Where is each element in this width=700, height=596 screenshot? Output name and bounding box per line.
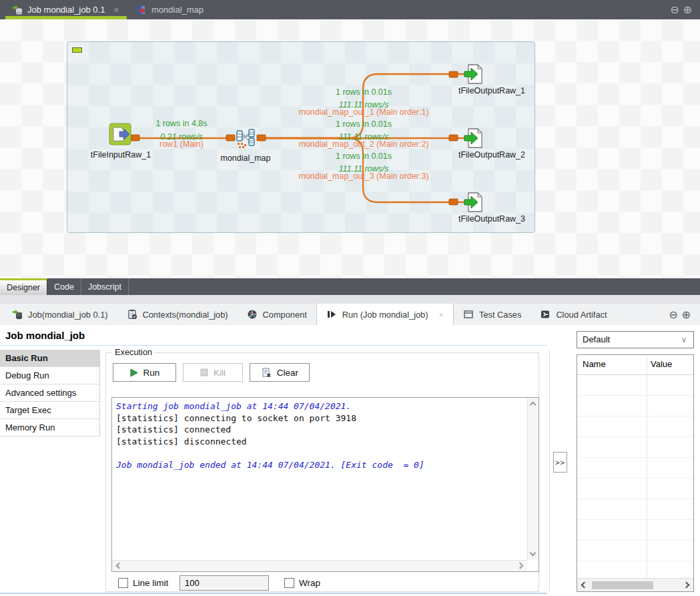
- table-row[interactable]: [577, 541, 693, 561]
- component-tFileOutputRaw-1[interactable]: [463, 63, 486, 85]
- table-row[interactable]: [577, 520, 693, 541]
- tab-label: Cloud Artifact: [556, 310, 607, 320]
- menu-item-debug-run[interactable]: Debug Run: [0, 367, 99, 384]
- maximize-icon[interactable]: ⊕: [682, 308, 691, 321]
- panel-bottom-line: [0, 593, 547, 594]
- view-tabbar: Job(mondial_job 0.1) Contexts(mondial_jo…: [0, 304, 700, 325]
- table-row[interactable]: [577, 458, 693, 479]
- tab-component-view[interactable]: Component: [238, 304, 316, 325]
- maximize-icon[interactable]: ⊕: [683, 5, 692, 15]
- link-label[interactable]: mondial_map_out_2 (Main order:2): [270, 139, 457, 150]
- console-horizontal-scrollbar[interactable]: [112, 560, 527, 571]
- contexts-icon: [127, 309, 137, 320]
- testcases-icon: [463, 309, 474, 320]
- page-title: Job mondial_job: [5, 330, 85, 341]
- clear-button-label: Clear: [277, 368, 298, 378]
- component-tFileOutputRaw-3[interactable]: [463, 191, 486, 214]
- menu-item-memory-run[interactable]: Memory Run: [0, 419, 99, 436]
- console-line: Starting job mondial_job at 14:44 07/04/…: [116, 400, 524, 412]
- tab-label: Contexts(mondial_job): [143, 310, 228, 320]
- kill-button-label: Kill: [214, 368, 226, 378]
- editor-window-buttons: ⊖ ⊕: [670, 5, 700, 15]
- tab-run-view[interactable]: Run (Job mondial_job) ×: [316, 304, 454, 325]
- scroll-right-icon[interactable]: [517, 563, 524, 569]
- minimize-icon[interactable]: ⊖: [669, 308, 677, 321]
- tab-mondial-map[interactable]: mondial_map: [129, 0, 210, 19]
- close-icon[interactable]: ×: [438, 310, 444, 320]
- console-vertical-scrollbar[interactable]: [527, 398, 539, 560]
- context-dropdown-value: Default: [583, 334, 610, 344]
- scroll-down-icon[interactable]: [530, 550, 537, 557]
- component-tFileOutputRaw-2[interactable]: [463, 127, 486, 150]
- table-row[interactable]: [577, 375, 693, 396]
- kill-button[interactable]: Kill: [183, 363, 243, 382]
- table-row[interactable]: [577, 437, 693, 458]
- component-icon: [247, 309, 258, 320]
- tab-label: mondial_map: [151, 5, 204, 15]
- designer-workspace: tFileInputRaw_1 mondial_map tFileOutputR…: [0, 19, 700, 278]
- execution-console[interactable]: Starting job mondial_job at 14:44 07/04/…: [111, 397, 539, 572]
- context-variables-table[interactable]: Name Value: [577, 354, 694, 592]
- menu-item-target-exec[interactable]: Target Exec: [0, 402, 99, 419]
- close-icon[interactable]: ×: [113, 5, 119, 15]
- table-horizontal-scrollbar[interactable]: [577, 578, 693, 591]
- file-output-icon: [463, 191, 486, 214]
- execution-group-label: Execution: [112, 347, 155, 357]
- context-panel: Default ∨ Name Value: [577, 331, 694, 348]
- run-icon: [326, 309, 337, 320]
- scroll-left-icon[interactable]: [581, 582, 588, 589]
- tab-label: Test Cases: [479, 310, 521, 320]
- table-row[interactable]: [577, 479, 693, 499]
- tab-jobscript[interactable]: Jobscript: [81, 278, 129, 295]
- table-row[interactable]: [577, 499, 693, 520]
- clear-button[interactable]: Clear: [250, 363, 310, 382]
- divider-strip: [0, 295, 700, 304]
- tab-designer[interactable]: Designer: [0, 278, 47, 295]
- tab-job-view[interactable]: Job(mondial_job 0.1): [3, 304, 117, 325]
- tab-cloud-artifact-view[interactable]: Cloud Artifact: [531, 304, 616, 325]
- tab-label: Job(mondial_job 0.1): [28, 310, 108, 320]
- tab-label: Component: [263, 310, 307, 320]
- job-icon: [12, 309, 23, 320]
- component-label[interactable]: tFileOutputRaw_3: [435, 214, 549, 224]
- job-icon: [12, 5, 23, 15]
- run-button-label: Run: [143, 368, 160, 378]
- tab-job-mondial-job[interactable]: Job mondial_job 0.1 ×: [5, 0, 127, 19]
- column-header-name: Name: [583, 359, 606, 369]
- link-label[interactable]: mondial_map_out_1 (Main order:1): [270, 107, 457, 117]
- tab-test-cases-view[interactable]: Test Cases: [454, 304, 531, 325]
- scroll-left-icon[interactable]: [116, 563, 123, 569]
- link-label[interactable]: row1 (Main): [88, 139, 275, 150]
- line-limit-checkbox[interactable]: [118, 578, 128, 588]
- context-dropdown[interactable]: Default ∨: [577, 331, 694, 348]
- run-menu: Basic Run Debug Run Advanced settings Ta…: [0, 350, 100, 436]
- link-label[interactable]: mondial_map_out_3 (Main order:3): [270, 172, 457, 182]
- map-icon: [136, 5, 147, 15]
- table-row[interactable]: [577, 416, 693, 437]
- menu-item-advanced-settings[interactable]: Advanced settings: [0, 384, 99, 402]
- console-line: [statistics] connecting to socket on por…: [116, 412, 524, 424]
- console-line: [116, 447, 524, 459]
- tab-code[interactable]: Code: [47, 278, 81, 295]
- file-output-icon: [463, 127, 486, 150]
- link-stats: 1 rows in 0.01s: [270, 87, 457, 97]
- panel-sash[interactable]: [549, 349, 550, 592]
- menu-item-basic-run[interactable]: Basic Run: [0, 350, 99, 367]
- console-line: [statistics] disconnected: [116, 436, 524, 448]
- table-row[interactable]: [577, 396, 693, 416]
- line-limit-input[interactable]: [180, 575, 269, 591]
- scrollbar-thumb[interactable]: [592, 581, 653, 589]
- scroll-right-icon[interactable]: [683, 582, 690, 589]
- play-icon: [129, 368, 138, 377]
- run-button[interactable]: Run: [113, 363, 176, 382]
- link-stats: 1 rows in 0.01s: [270, 119, 457, 129]
- editor-tabbar: Job mondial_job 0.1 × mondial_map ⊖ ⊕: [0, 0, 700, 19]
- talend-studio-window: Job mondial_job 0.1 × mondial_map ⊖ ⊕: [0, 0, 700, 596]
- expand-context-button[interactable]: >>: [553, 452, 567, 473]
- wrap-checkbox[interactable]: [284, 578, 294, 588]
- scroll-up-icon[interactable]: [530, 402, 537, 408]
- link-stats: 1 rows in 4.8s: [88, 119, 275, 129]
- component-label[interactable]: tFileInputRaw_1: [64, 150, 178, 160]
- tab-contexts-view[interactable]: Contexts(mondial_job): [117, 304, 238, 325]
- minimize-icon[interactable]: ⊖: [670, 5, 679, 15]
